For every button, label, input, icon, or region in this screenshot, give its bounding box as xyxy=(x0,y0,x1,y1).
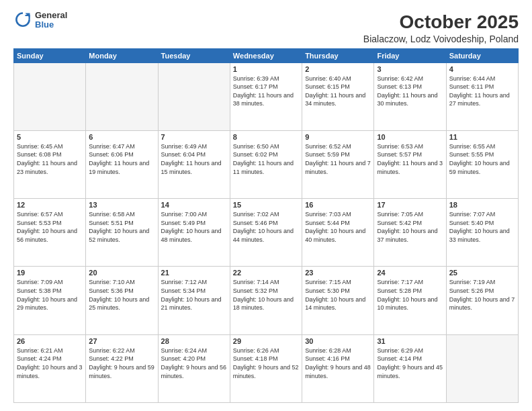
col-sunday: Sunday xyxy=(14,48,86,62)
day-info: Sunrise: 7:03 AM Sunset: 5:44 PM Dayligh… xyxy=(305,210,371,244)
day-info: Sunrise: 7:09 AM Sunset: 5:38 PM Dayligh… xyxy=(17,278,83,312)
day-number: 23 xyxy=(305,269,371,277)
day-info: Sunrise: 6:26 AM Sunset: 4:18 PM Dayligh… xyxy=(233,347,299,380)
table-row: 5Sunrise: 6:45 AM Sunset: 6:08 PM Daylig… xyxy=(14,130,86,198)
day-number: 1 xyxy=(233,65,299,73)
table-row: 16Sunrise: 7:03 AM Sunset: 5:44 PM Dayli… xyxy=(302,199,374,267)
day-number: 25 xyxy=(449,269,515,277)
table-row: 14Sunrise: 7:00 AM Sunset: 5:49 PM Dayli… xyxy=(158,199,230,267)
day-number: 15 xyxy=(233,201,299,209)
table-row: 28Sunrise: 6:24 AM Sunset: 4:20 PM Dayli… xyxy=(158,334,230,402)
day-info: Sunrise: 7:10 AM Sunset: 5:36 PM Dayligh… xyxy=(89,278,154,312)
table-row: 26Sunrise: 6:21 AM Sunset: 4:24 PM Dayli… xyxy=(14,334,86,402)
day-info: Sunrise: 7:12 AM Sunset: 5:34 PM Dayligh… xyxy=(161,278,227,312)
day-number: 10 xyxy=(377,133,443,141)
day-number: 29 xyxy=(233,337,299,345)
table-row: 9Sunrise: 6:52 AM Sunset: 5:59 PM Daylig… xyxy=(302,130,374,198)
day-info: Sunrise: 6:45 AM Sunset: 6:08 PM Dayligh… xyxy=(17,142,83,176)
day-number: 22 xyxy=(233,269,299,277)
table-row xyxy=(86,62,158,130)
col-friday: Friday xyxy=(374,48,446,62)
table-row: 23Sunrise: 7:15 AM Sunset: 5:30 PM Dayli… xyxy=(302,267,374,334)
day-number: 27 xyxy=(89,337,154,345)
table-row: 7Sunrise: 6:49 AM Sunset: 6:04 PM Daylig… xyxy=(158,130,230,198)
day-number: 2 xyxy=(305,65,371,73)
table-row: 8Sunrise: 6:50 AM Sunset: 6:02 PM Daylig… xyxy=(230,130,302,198)
table-row: 10Sunrise: 6:53 AM Sunset: 5:57 PM Dayli… xyxy=(374,130,446,198)
day-info: Sunrise: 7:05 AM Sunset: 5:42 PM Dayligh… xyxy=(377,210,443,244)
table-row: 17Sunrise: 7:05 AM Sunset: 5:42 PM Dayli… xyxy=(374,199,446,267)
day-number: 7 xyxy=(161,133,227,141)
logo-blue-text: Blue xyxy=(35,20,67,30)
day-number: 18 xyxy=(449,201,515,209)
subtitle: Bialaczow, Lodz Voivodeship, Poland xyxy=(363,34,519,44)
logo-general-text: General xyxy=(35,11,67,20)
day-info: Sunrise: 6:50 AM Sunset: 6:02 PM Dayligh… xyxy=(233,142,299,176)
table-row: 24Sunrise: 7:17 AM Sunset: 5:28 PM Dayli… xyxy=(374,267,446,334)
table-row: 15Sunrise: 7:02 AM Sunset: 5:46 PM Dayli… xyxy=(230,199,302,267)
table-row: 20Sunrise: 7:10 AM Sunset: 5:36 PM Dayli… xyxy=(86,267,158,334)
day-number: 31 xyxy=(377,337,443,345)
day-number: 16 xyxy=(305,201,371,209)
day-number: 28 xyxy=(161,337,227,345)
day-number: 26 xyxy=(17,337,83,345)
day-info: Sunrise: 6:52 AM Sunset: 5:59 PM Dayligh… xyxy=(305,142,371,176)
col-monday: Monday xyxy=(86,48,158,62)
calendar-week-row: 12Sunrise: 6:57 AM Sunset: 5:53 PM Dayli… xyxy=(14,199,519,267)
col-tuesday: Tuesday xyxy=(158,48,230,62)
calendar-header-row: Sunday Monday Tuesday Wednesday Thursday… xyxy=(14,48,519,62)
logo: General Blue xyxy=(13,11,67,30)
day-info: Sunrise: 6:42 AM Sunset: 6:13 PM Dayligh… xyxy=(377,75,443,108)
day-number: 6 xyxy=(89,133,154,141)
day-info: Sunrise: 6:29 AM Sunset: 4:14 PM Dayligh… xyxy=(377,347,443,380)
day-info: Sunrise: 6:53 AM Sunset: 5:57 PM Dayligh… xyxy=(377,142,443,176)
table-row: 4Sunrise: 6:44 AM Sunset: 6:11 PM Daylig… xyxy=(446,62,518,130)
calendar-week-row: 19Sunrise: 7:09 AM Sunset: 5:38 PM Dayli… xyxy=(14,267,519,334)
table-row: 11Sunrise: 6:55 AM Sunset: 5:55 PM Dayli… xyxy=(446,130,518,198)
day-info: Sunrise: 7:17 AM Sunset: 5:28 PM Dayligh… xyxy=(377,278,443,312)
day-info: Sunrise: 7:00 AM Sunset: 5:49 PM Dayligh… xyxy=(161,210,227,244)
table-row: 29Sunrise: 6:26 AM Sunset: 4:18 PM Dayli… xyxy=(230,334,302,402)
day-info: Sunrise: 6:40 AM Sunset: 6:15 PM Dayligh… xyxy=(305,75,371,108)
main-title: October 2025 xyxy=(363,11,519,34)
day-info: Sunrise: 7:07 AM Sunset: 5:40 PM Dayligh… xyxy=(449,210,515,244)
table-row: 2Sunrise: 6:40 AM Sunset: 6:15 PM Daylig… xyxy=(302,62,374,130)
calendar-week-row: 5Sunrise: 6:45 AM Sunset: 6:08 PM Daylig… xyxy=(14,130,519,198)
day-number: 21 xyxy=(161,269,227,277)
col-wednesday: Wednesday xyxy=(230,48,302,62)
logo-icon xyxy=(13,11,32,30)
table-row: 22Sunrise: 7:14 AM Sunset: 5:32 PM Dayli… xyxy=(230,267,302,334)
table-row xyxy=(158,62,230,130)
calendar-table: Sunday Monday Tuesday Wednesday Thursday… xyxy=(13,48,519,403)
day-number: 11 xyxy=(449,133,515,141)
day-info: Sunrise: 6:44 AM Sunset: 6:11 PM Dayligh… xyxy=(449,75,515,108)
table-row: 21Sunrise: 7:12 AM Sunset: 5:34 PM Dayli… xyxy=(158,267,230,334)
table-row xyxy=(446,334,518,402)
day-info: Sunrise: 6:22 AM Sunset: 4:22 PM Dayligh… xyxy=(89,347,154,380)
table-row xyxy=(14,62,86,130)
day-info: Sunrise: 6:58 AM Sunset: 5:51 PM Dayligh… xyxy=(89,210,154,244)
table-row: 30Sunrise: 6:28 AM Sunset: 4:16 PM Dayli… xyxy=(302,334,374,402)
day-info: Sunrise: 6:24 AM Sunset: 4:20 PM Dayligh… xyxy=(161,347,227,380)
day-number: 24 xyxy=(377,269,443,277)
day-number: 12 xyxy=(17,201,83,209)
table-row: 31Sunrise: 6:29 AM Sunset: 4:14 PM Dayli… xyxy=(374,334,446,402)
table-row: 6Sunrise: 6:47 AM Sunset: 6:06 PM Daylig… xyxy=(86,130,158,198)
page: General Blue October 2025 Bialaczow, Lod… xyxy=(0,0,532,411)
table-row: 3Sunrise: 6:42 AM Sunset: 6:13 PM Daylig… xyxy=(374,62,446,130)
logo-text: General Blue xyxy=(35,11,67,30)
day-info: Sunrise: 7:19 AM Sunset: 5:26 PM Dayligh… xyxy=(449,278,515,312)
day-number: 4 xyxy=(449,65,515,73)
calendar-week-row: 1Sunrise: 6:39 AM Sunset: 6:17 PM Daylig… xyxy=(14,62,519,130)
day-number: 5 xyxy=(17,133,83,141)
day-info: Sunrise: 6:55 AM Sunset: 5:55 PM Dayligh… xyxy=(449,142,515,176)
day-info: Sunrise: 7:02 AM Sunset: 5:46 PM Dayligh… xyxy=(233,210,299,244)
table-row: 13Sunrise: 6:58 AM Sunset: 5:51 PM Dayli… xyxy=(86,199,158,267)
day-number: 13 xyxy=(89,201,154,209)
day-number: 17 xyxy=(377,201,443,209)
day-info: Sunrise: 6:21 AM Sunset: 4:24 PM Dayligh… xyxy=(17,347,83,380)
day-info: Sunrise: 6:49 AM Sunset: 6:04 PM Dayligh… xyxy=(161,142,227,176)
table-row: 25Sunrise: 7:19 AM Sunset: 5:26 PM Dayli… xyxy=(446,267,518,334)
day-info: Sunrise: 6:57 AM Sunset: 5:53 PM Dayligh… xyxy=(17,210,83,244)
table-row: 19Sunrise: 7:09 AM Sunset: 5:38 PM Dayli… xyxy=(14,267,86,334)
